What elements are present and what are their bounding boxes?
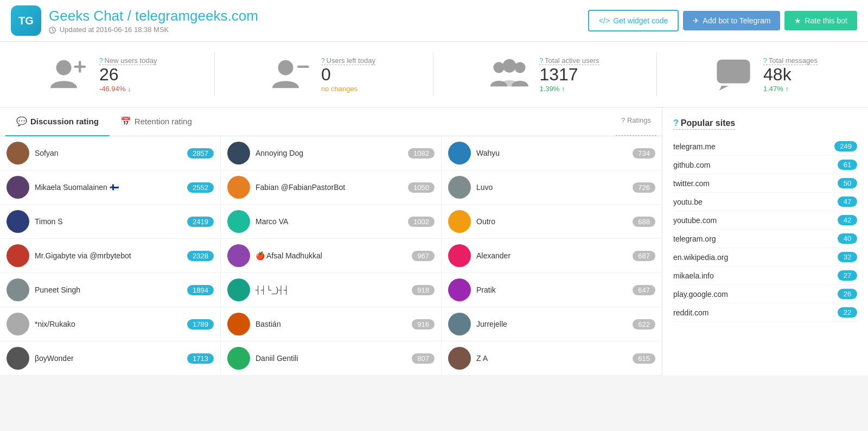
get-widget-button[interactable]: </> Get widget code: [588, 10, 679, 31]
stat-active-users-text: ?Total active users 1317 1.39% ↑: [539, 56, 599, 92]
stat-new-users-text: ?New users today 26 -46.94% ↓: [99, 56, 157, 92]
score-badge: 687: [633, 251, 655, 261]
user-name: *nix/Rukako: [35, 320, 182, 328]
discussion-col-3: Wahyu 734 Luvo 726 Outro 688 Alexander 6…: [442, 136, 662, 376]
active-users-icon: [490, 55, 528, 94]
avatar: [227, 313, 250, 335]
score-badge: 622: [633, 319, 655, 329]
user-name: Annoying Dog: [256, 149, 403, 157]
table-row[interactable]: Daniil Gentili 807: [221, 341, 441, 376]
table-row[interactable]: Sofyan 2857: [0, 136, 220, 170]
table-row[interactable]: *nix/Rukako 1789: [0, 307, 220, 341]
score-badge: 916: [412, 319, 435, 329]
site-count-badge: 249: [834, 141, 857, 151]
site-count-badge: 27: [838, 270, 857, 281]
table-row[interactable]: Pratik 647: [442, 273, 662, 307]
list-item[interactable]: reddit.com 22: [673, 303, 857, 322]
user-name: Bastián: [256, 320, 406, 328]
avatar: [7, 142, 29, 164]
svg-rect-6: [717, 59, 750, 83]
table-row[interactable]: ┤┤└_)┤┤ 918: [221, 273, 441, 307]
stat-new-users: ?New users today 26 -46.94% ↓: [50, 55, 157, 94]
discussion-table: Sofyan 2857 Mikaela Suomalainen 🇫🇮 2552 …: [0, 136, 662, 376]
table-row[interactable]: Annoying Dog 1082: [221, 136, 441, 170]
score-badge: 1082: [408, 148, 435, 159]
site-count-badge: 42: [838, 215, 857, 225]
list-item[interactable]: telegram.org 40: [673, 230, 857, 248]
stat-users-left-value: 0: [321, 65, 375, 84]
score-badge: 1002: [408, 217, 435, 227]
users-left-icon: [272, 55, 310, 94]
list-item[interactable]: twitter.com 50: [673, 174, 857, 193]
score-badge: 2857: [187, 148, 214, 159]
user-name: Luvo: [476, 183, 627, 192]
avatar: [227, 210, 250, 233]
ratings-label[interactable]: ? Ratings: [616, 107, 656, 136]
list-item[interactable]: github.com 61: [673, 156, 857, 174]
stat-users-left-change: no changes: [321, 85, 375, 93]
site-count-badge: 22: [838, 307, 857, 318]
table-row[interactable]: Puneet Singh 1894: [0, 273, 220, 307]
table-row[interactable]: 🍎 Afsal Madhukkal 967: [221, 239, 441, 273]
stat-users-left: ?Users left today 0 no changes: [272, 55, 375, 94]
list-item[interactable]: play.google.com 26: [673, 285, 857, 303]
stat-total-messages-text: ?Total messages 48k 1.47% ↑: [763, 56, 818, 92]
table-row[interactable]: Luvo 726: [442, 170, 662, 205]
rate-bot-button[interactable]: ★ Rate this bot: [784, 11, 857, 30]
stat-users-left-label: ?Users left today: [321, 56, 375, 65]
table-row[interactable]: Marco VA 1002: [221, 205, 441, 239]
new-users-icon: [50, 55, 88, 94]
table-row[interactable]: Wahyu 734: [442, 136, 662, 170]
table-row[interactable]: Outro 688: [442, 205, 662, 239]
list-item[interactable]: mikaela.info 27: [673, 267, 857, 285]
stat-divider-2: [433, 53, 433, 96]
table-row[interactable]: Fabian @FabianPastorBot 1050: [221, 170, 441, 205]
user-name: Marco VA: [256, 217, 403, 226]
table-row[interactable]: Alexander 687: [442, 239, 662, 273]
score-badge: 615: [633, 353, 655, 364]
score-badge: 1894: [187, 285, 214, 295]
score-badge: 734: [633, 148, 655, 159]
avatar: [7, 176, 29, 199]
list-item[interactable]: youtu.be 47: [673, 193, 857, 211]
table-row[interactable]: Mr.Gigabyte via @mrbytebot 2328: [0, 239, 220, 273]
table-row[interactable]: βoyWonder 1713: [0, 341, 220, 376]
discussion-col-1: Sofyan 2857 Mikaela Suomalainen 🇫🇮 2552 …: [0, 136, 221, 376]
score-badge: 807: [412, 353, 435, 364]
score-badge: 1713: [187, 353, 214, 364]
table-row[interactable]: Z A 615: [442, 341, 662, 376]
table-row[interactable]: Bastián 916: [221, 307, 441, 341]
site-name: en.wikipedia.org: [673, 253, 728, 262]
table-row[interactable]: Jurrejelle 622: [442, 307, 662, 341]
table-row[interactable]: Timon S 2419: [0, 205, 220, 239]
tab-discussion[interactable]: 💬 Discussion rating: [5, 107, 110, 136]
stat-total-messages-label: ?Total messages: [763, 56, 818, 65]
total-messages-icon: [714, 55, 752, 94]
svg-point-1: [56, 60, 71, 75]
updated-at: Updated at 2016-06-16 18:38 MSK: [49, 26, 258, 34]
user-name: Outro: [476, 217, 627, 226]
tab-retention[interactable]: 📅 Retention rating: [110, 107, 203, 136]
score-badge: 1050: [408, 182, 435, 193]
stat-divider-3: [656, 53, 657, 96]
site-count-badge: 47: [838, 197, 857, 207]
avatar: [448, 313, 471, 335]
svg-point-4: [503, 59, 516, 72]
user-name: βoyWonder: [35, 354, 182, 363]
list-item[interactable]: en.wikipedia.org 32: [673, 248, 857, 267]
discussion-icon: 💬: [16, 116, 27, 126]
site-count-badge: 61: [838, 160, 857, 170]
header-left: TG Geeks Chat / telegramgeeks.com Update…: [11, 5, 258, 36]
logo: TG: [11, 5, 41, 36]
avatar: [7, 313, 29, 335]
score-badge: 2552: [187, 182, 214, 193]
table-row[interactable]: Mikaela Suomalainen 🇫🇮 2552: [0, 170, 220, 205]
avatar: [7, 210, 29, 233]
list-item[interactable]: youtube.com 42: [673, 211, 857, 230]
retention-icon: 📅: [120, 116, 131, 126]
add-bot-button[interactable]: ✈ Add bot to Telegram: [683, 11, 780, 30]
stat-new-users-change: -46.94% ↓: [99, 85, 157, 93]
site-name: twitter.com: [673, 179, 710, 188]
site-name: youtu.be: [673, 198, 703, 206]
list-item[interactable]: telegram.me 249: [673, 137, 857, 156]
